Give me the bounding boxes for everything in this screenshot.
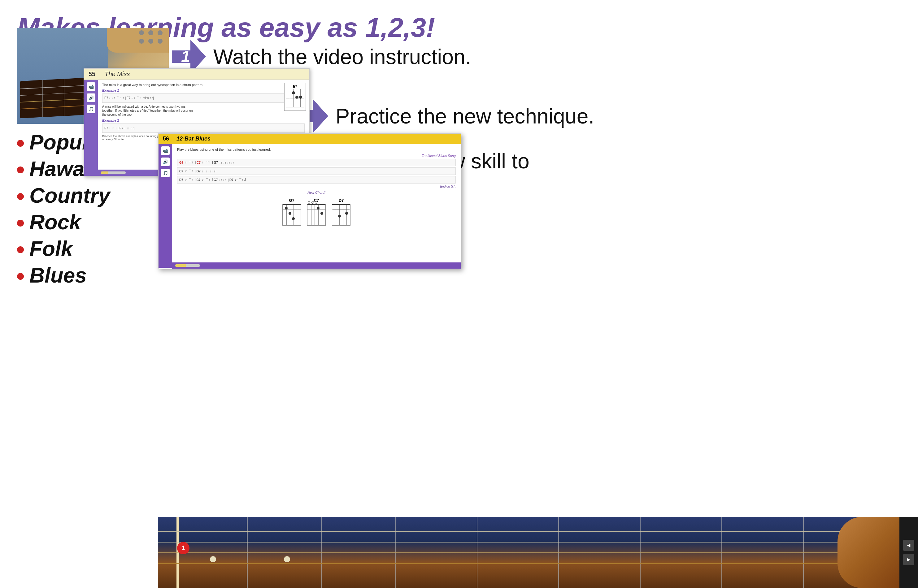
svg-text:1: 1: [181, 47, 190, 65]
ss2-chords-row: G7: [177, 198, 456, 226]
ss1-example1-label: Example 1: [102, 89, 304, 92]
ss2-chord-g7: G7: [282, 198, 301, 226]
chord-label-e7: E7: [293, 84, 297, 88]
genre-label: Rock: [29, 210, 81, 234]
ss1-example2-label: Example 2: [102, 118, 304, 122]
ss2-camera-icon[interactable]: 📹: [161, 146, 170, 155]
list-item-blues: Blues: [17, 263, 121, 287]
bullet-icon: [17, 273, 24, 280]
chord-diagram-d7: [332, 204, 350, 226]
chord-diagram-c7: [307, 204, 326, 226]
ss2-body: 📹 🔊 🎵 60 TEMPO Play the blues using one …: [159, 144, 461, 268]
ss1-notation1: E7 ↓ ↓ ↑ ⌒ ↑ ↑ | E7 ↓ ↓ ⌒ ↑ miss ↑ :|: [102, 94, 304, 103]
ss2-sidebar: 📹 🔊 🎵: [159, 144, 172, 268]
ss2-chord-d7: D7: [332, 198, 350, 226]
step-2-item: 2 Practice the new technique.: [294, 99, 594, 133]
list-item-rock: Rock: [17, 210, 121, 234]
ss2-sound-icon[interactable]: 🔊: [161, 158, 170, 166]
ss2-page-number: 56: [163, 136, 169, 142]
step-2-text: Practice the new technique.: [336, 104, 594, 128]
position-marker: 1: [177, 542, 189, 554]
ss2-notation-line1: G7↓↑ ⌒↑ | C7↓↑ ⌒↑ | G7↓↑ ↓↑ ↓↑ ↓↑: [177, 159, 456, 166]
ss2-music-icon[interactable]: 🎵: [161, 169, 170, 177]
step-1-text: Watch the video instruction.: [213, 45, 471, 69]
bullet-icon: [17, 166, 24, 173]
list-item-country: Country: [17, 183, 121, 207]
screenshot-page56: 56 12-Bar Blues 📹 🔊 🎵 60 TEMPO Play the …: [158, 133, 461, 269]
ss2-page-title: 12-Bar Blues: [176, 136, 210, 142]
ss1-notation2: E7 ↓ ↓↑ ↑ | E7 ↓ ↓↑ ↑ :|: [102, 123, 304, 133]
genre-label: Folk: [29, 236, 73, 260]
ss1-progress-bar: [101, 171, 126, 174]
chord-name-g7: G7: [289, 198, 294, 203]
ss2-content: Play the blues using one of the miss pat…: [172, 144, 461, 268]
ss2-notation-line3: D7↓↑ ⌒↑ | C7↓↑ ⌒↑ | G7↓↑ ↓↑ | D7↓↑ ⌒↑ :|: [177, 176, 456, 184]
music-icon[interactable]: 🎵: [87, 105, 96, 113]
bullet-icon: [17, 140, 24, 147]
ss1-body-text2: A miss will be indicated with a tie. A t…: [102, 105, 195, 117]
ss1-header: 55 The Miss: [84, 69, 309, 80]
ss1-page-title: The Miss: [105, 71, 130, 78]
ss2-header: 56 12-Bar Blues: [159, 134, 461, 144]
ss1-sidebar: 📹 🔊 🎵: [84, 80, 98, 176]
genre-label: Country: [29, 183, 110, 207]
ss1-body-text: The miss is a great way to bring out syn…: [102, 83, 304, 87]
list-item-folk: Folk: [17, 236, 121, 260]
chord-name-d7: D7: [339, 198, 344, 203]
chord-diagram-g7: [282, 204, 301, 226]
genre-label: Blues: [29, 263, 87, 287]
ss2-top-text: Play the blues using one of the miss pat…: [177, 148, 456, 151]
ss2-chord-c7: C7: [307, 198, 326, 226]
fretboard-navigation: ◄ ►: [899, 517, 918, 588]
bullet-icon: [17, 220, 24, 226]
ss2-notation-line2: C7↓↑ ⌒↑ | G7↓↑ ↓↑ ↓↑ ↓↑: [177, 167, 456, 175]
ss1-page-number: 55: [89, 71, 96, 78]
ss2-footer: [172, 262, 461, 269]
ss2-song-title: Traditional Blues Song: [177, 154, 456, 158]
bullet-icon: [17, 193, 24, 200]
ss2-new-chord-label: New Chord!: [177, 191, 456, 194]
fretboard-display: 1 ◄ ►: [158, 517, 918, 588]
fretboard-next-button[interactable]: ►: [903, 554, 914, 565]
ss2-progress-bar: [175, 264, 200, 267]
ss2-end-note: End on G7.: [177, 185, 456, 188]
bullet-icon: [17, 246, 24, 253]
sound-icon[interactable]: 🔊: [87, 94, 96, 102]
fretboard-prev-button[interactable]: ◄: [903, 540, 914, 551]
ss1-chord-diagram: E7: [284, 83, 306, 111]
camera-icon[interactable]: 📹: [87, 82, 96, 91]
